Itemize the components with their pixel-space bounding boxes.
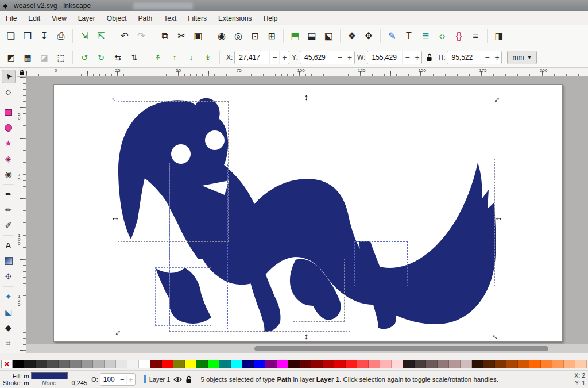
horizontal-scrollbar-thumb[interactable] <box>254 346 548 351</box>
xml-editor-button[interactable]: ‹› <box>435 29 450 44</box>
palette-swatch[interactable] <box>185 360 196 368</box>
redo-button[interactable]: ↷ <box>134 29 149 44</box>
palette-swatch[interactable] <box>357 360 369 368</box>
open-document-button[interactable]: ❒ <box>20 29 35 44</box>
palette-swatch[interactable] <box>449 360 461 368</box>
layer-visibility-eye-icon[interactable] <box>173 377 182 382</box>
ruler-corner[interactable] <box>17 68 26 77</box>
menu-text[interactable]: Text <box>158 13 182 24</box>
scale-handle-right[interactable]: ↔ <box>494 213 503 221</box>
palette-swatch[interactable] <box>392 360 403 368</box>
menu-object[interactable]: Object <box>101 13 133 24</box>
fill-stroke-dialog-button[interactable]: ✎ <box>385 29 400 44</box>
palette-swatch[interactable] <box>47 360 59 368</box>
duplicate-button[interactable]: ⬒ <box>288 29 303 44</box>
palette-swatch[interactable] <box>24 360 36 368</box>
ellipse-tool[interactable] <box>2 121 16 135</box>
menu-file[interactable]: File <box>0 13 22 24</box>
palette-swatch[interactable] <box>564 360 575 368</box>
menu-path[interactable]: Path <box>133 13 158 24</box>
menu-filters[interactable]: Filters <box>182 13 212 24</box>
palette-swatch[interactable] <box>105 360 116 368</box>
scale-handle-top[interactable]: ↔ <box>304 94 312 102</box>
connector-tool[interactable]: ⌗ <box>2 336 16 350</box>
deselect-button[interactable]: ◪ <box>37 50 52 65</box>
opacity-decrement-button[interactable]: − <box>118 375 126 384</box>
palette-swatch[interactable] <box>529 360 541 368</box>
h-decrement-button[interactable]: − <box>482 51 492 64</box>
palette-swatch[interactable] <box>403 360 415 368</box>
h-input[interactable]: 95,522 <box>447 53 482 62</box>
lower-button[interactable]: ↓ <box>184 50 199 65</box>
h-increment-button[interactable]: + <box>492 51 501 64</box>
palette-swatch[interactable] <box>300 360 311 368</box>
flip-vertical-button[interactable]: ⇅ <box>127 50 142 65</box>
star-tool[interactable]: ★ <box>2 136 16 150</box>
bucket-tool[interactable]: ⬕ <box>2 305 16 319</box>
palette-swatch[interactable] <box>231 360 242 368</box>
vertical-ruler[interactable]: 5 07 51 0 01 2 5 <box>17 77 26 353</box>
w-decrement-button[interactable]: − <box>402 51 412 64</box>
palette-swatch[interactable] <box>219 360 231 368</box>
calligraphy-tool[interactable]: ✐ <box>2 218 16 232</box>
palette-swatch[interactable] <box>82 360 93 368</box>
import-bitmap-button[interactable]: ⇲ <box>77 29 92 44</box>
menu-extensions[interactable]: Extensions <box>212 13 258 24</box>
select-all-button[interactable]: ◩ <box>3 50 18 65</box>
layer-name[interactable]: Layer 1 <box>149 376 171 383</box>
raise-button[interactable]: ↑ <box>167 50 182 65</box>
palette-swatch[interactable] <box>162 360 173 368</box>
document-properties-button[interactable]: ◨ <box>492 29 506 44</box>
copy-button[interactable]: ⧉ <box>157 29 172 44</box>
x-input[interactable]: 27,417 <box>235 53 269 62</box>
zoom-page-button[interactable]: ⊡ <box>247 29 262 44</box>
palette-swatch[interactable] <box>59 360 70 368</box>
x-increment-button[interactable]: + <box>279 51 289 64</box>
find-replace-button[interactable]: {} <box>451 29 466 44</box>
y-increment-button[interactable]: + <box>345 51 354 64</box>
palette-swatch[interactable] <box>346 360 357 368</box>
palette-swatch[interactable] <box>254 360 265 368</box>
palette-swatch[interactable] <box>139 360 150 368</box>
no-color-swatch[interactable]: ✕ <box>1 360 13 368</box>
menu-help[interactable]: Help <box>258 13 284 24</box>
eraser-tool[interactable]: ◆ <box>2 321 16 335</box>
raise-to-top-button[interactable]: ↟ <box>150 50 165 65</box>
palette-swatch[interactable] <box>426 360 438 368</box>
palette-swatch[interactable] <box>116 360 127 368</box>
palette-swatch[interactable] <box>369 360 380 368</box>
palette-swatch[interactable] <box>541 360 552 368</box>
palette-swatch[interactable] <box>208 360 219 368</box>
opacity-value[interactable]: 100 <box>100 375 118 383</box>
scale-handle-bottom[interactable]: ↔ <box>304 333 312 341</box>
canvas-viewport[interactable]: ↔↔↔↔↔↔↔↔ <box>26 77 588 344</box>
menu-layer[interactable]: Layer <box>72 13 101 24</box>
horizontal-scrollbar[interactable] <box>26 344 588 353</box>
opacity-increment-button[interactable]: + <box>126 375 135 384</box>
fill-color-swatch[interactable] <box>31 372 68 379</box>
create-clone-button[interactable]: ⬓ <box>304 29 319 44</box>
palette-swatch[interactable] <box>472 360 483 368</box>
rotate-cw-button[interactable]: ↻ <box>94 50 109 65</box>
palette-swatch[interactable] <box>173 360 185 368</box>
save-document-button[interactable]: ↧ <box>37 29 52 44</box>
scale-handle-left[interactable]: ↔ <box>111 213 119 221</box>
undo-button[interactable]: ↶ <box>117 29 132 44</box>
rectangle-tool[interactable] <box>2 105 16 119</box>
palette-swatch[interactable] <box>242 360 254 368</box>
palette-swatch[interactable] <box>518 360 529 368</box>
y-decrement-button[interactable]: − <box>335 51 345 64</box>
menu-edit[interactable]: Edit <box>22 13 46 24</box>
selector-tool[interactable]: ➤ <box>2 70 16 83</box>
ungroup-button[interactable]: ✥ <box>361 29 376 44</box>
lower-to-bottom-button[interactable]: ↡ <box>200 50 215 65</box>
zoom-selection-button[interactable]: ◎ <box>231 29 246 44</box>
palette-swatch[interactable] <box>380 360 392 368</box>
palette-swatch[interactable] <box>323 360 334 368</box>
palette-swatch[interactable] <box>575 360 587 368</box>
palette-swatch[interactable] <box>127 360 139 368</box>
palette-swatch[interactable] <box>265 360 277 368</box>
palette-swatch[interactable] <box>415 360 426 368</box>
palette-swatch[interactable] <box>334 360 346 368</box>
palette-swatch[interactable] <box>150 360 162 368</box>
